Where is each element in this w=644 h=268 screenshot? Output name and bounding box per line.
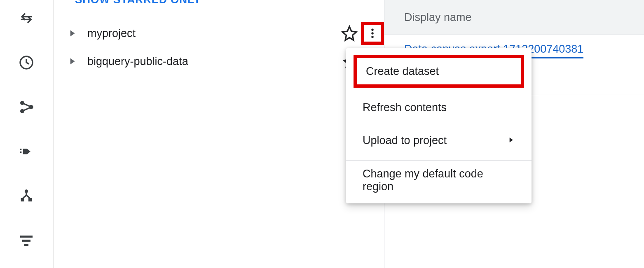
explorer-panel: SHOW STARRED ONLY myproject bigquery-pub… <box>54 0 384 268</box>
svg-point-3 <box>30 106 33 109</box>
chevron-right-icon <box>507 134 515 147</box>
more-actions-icon[interactable] <box>361 22 384 45</box>
explorer-item-label: bigquery-public-data <box>87 55 341 68</box>
star-outline-icon[interactable] <box>341 25 358 42</box>
svg-rect-5 <box>21 198 24 201</box>
explorer-item-label: myproject <box>87 27 341 40</box>
svg-point-12 <box>371 36 374 38</box>
filter-icon[interactable] <box>16 231 36 250</box>
menu-item-label: Change my default code region <box>363 168 515 193</box>
menu-create-dataset[interactable]: Create dataset <box>354 55 524 88</box>
menu-change-default-region[interactable]: Change my default code region <box>346 164 532 197</box>
left-nav-rail <box>0 0 54 268</box>
svg-rect-8 <box>22 240 30 242</box>
menu-item-label: Upload to project <box>363 134 447 147</box>
menu-upload-to-project[interactable]: Upload to project <box>346 124 532 157</box>
svg-point-11 <box>371 32 374 35</box>
explorer-item-bigquery-public-data[interactable]: bigquery-public-data <box>54 47 384 75</box>
svg-rect-6 <box>28 198 32 201</box>
history-icon[interactable] <box>16 53 36 72</box>
menu-item-label: Refresh contents <box>363 101 447 114</box>
transfers-icon[interactable] <box>16 8 36 28</box>
svg-rect-9 <box>24 244 28 246</box>
menu-separator <box>346 160 532 161</box>
svg-point-10 <box>371 29 374 31</box>
svg-point-2 <box>21 110 24 113</box>
pipeline-icon[interactable] <box>16 186 36 206</box>
expand-caret-icon[interactable] <box>67 56 77 67</box>
svg-point-4 <box>25 189 28 193</box>
data-transfer-icon[interactable] <box>16 142 36 161</box>
share-icon[interactable] <box>16 97 36 117</box>
svg-point-1 <box>21 102 24 105</box>
menu-refresh-contents[interactable]: Refresh contents <box>346 91 532 124</box>
project-context-menu: Create dataset Refresh contents Upload t… <box>346 48 532 203</box>
show-starred-toggle[interactable]: SHOW STARRED ONLY <box>54 0 384 6</box>
column-header-display-name: Display name <box>384 0 644 35</box>
explorer-item-myproject[interactable]: myproject <box>54 19 384 47</box>
menu-item-label: Create dataset <box>366 65 439 78</box>
svg-rect-7 <box>20 235 33 238</box>
expand-caret-icon[interactable] <box>67 28 77 39</box>
